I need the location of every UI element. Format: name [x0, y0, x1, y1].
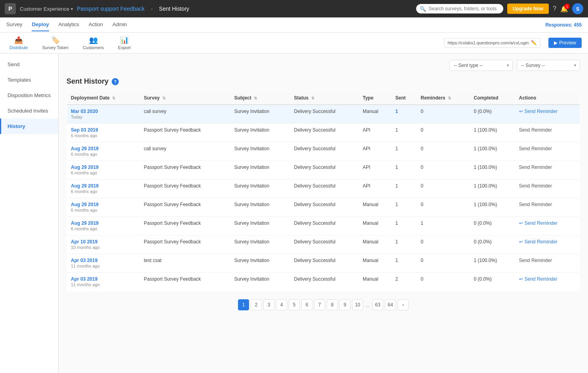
date-link[interactable]: Apr 03 2019 [71, 258, 136, 263]
survey-select[interactable]: -- Survey -- [517, 60, 580, 71]
toolbar-export[interactable]: 📊 Export [115, 34, 134, 52]
date-link[interactable]: Aug 29 2019 [71, 220, 136, 226]
page-button-4[interactable]: 4 [276, 299, 287, 310]
page-button-10[interactable]: 10 [352, 299, 363, 310]
toolbar-distribute[interactable]: 📤 Distribute [6, 34, 31, 52]
col-actions: Actions [515, 92, 580, 105]
cell-type: Manual [359, 235, 392, 254]
cell-type: Manual [359, 217, 392, 235]
notification-badge: 1 [564, 4, 570, 9]
page-button-3[interactable]: 3 [263, 299, 274, 310]
preview-button[interactable]: ▶ Preview [548, 38, 582, 48]
cell-reminders: 0 [417, 198, 470, 217]
cell-date: Apr 10 2019 10 months ago [67, 235, 140, 254]
page-button-64[interactable]: 64 [385, 299, 396, 310]
date-link[interactable]: Sep 03 2019 [71, 127, 136, 133]
main-layout: Send Templates Disposition Metrics Sched… [0, 54, 588, 373]
sent-type-select[interactable]: -- Sent type -- [449, 60, 513, 71]
notification-bell[interactable]: 🔔 1 [560, 5, 568, 13]
sidebar-item-send[interactable]: Send [0, 57, 58, 72]
cell-survey: test csat [140, 254, 230, 273]
col-subject[interactable]: Subject ⇅ [230, 92, 290, 105]
play-icon: ▶ [554, 40, 558, 46]
toolbar-survey-token[interactable]: 🏷️ Survey Token [39, 34, 71, 52]
nav-item-analytics[interactable]: Analytics [59, 18, 79, 31]
cell-completed: 0 (0.0%) [470, 105, 515, 124]
col-type: Type [359, 92, 392, 105]
table-row: Aug 29 2019 6 months ago call survey Sur… [67, 142, 580, 161]
col-reminders[interactable]: Reminders ⇅ [417, 92, 470, 105]
page-button-2[interactable]: 2 [251, 299, 262, 310]
sidebar-item-scheduled-invites[interactable]: Scheduled Invites [0, 103, 58, 119]
table-row: Aug 29 2019 6 months ago Passport Survey… [67, 161, 580, 180]
nav-item-admin[interactable]: Admin [112, 18, 127, 31]
col-status[interactable]: Status ⇅ [290, 92, 359, 105]
app-name[interactable]: Customer Experience ▾ [20, 6, 73, 12]
cell-reminders: 0 [417, 124, 470, 142]
sidebar-item-history[interactable]: History [0, 119, 58, 134]
cell-survey: Passport Survey Feedback [140, 198, 230, 217]
page-button-7[interactable]: 7 [314, 299, 325, 310]
search-icon: 🔍 [420, 6, 426, 12]
date-link[interactable]: Aug 29 2019 [71, 183, 136, 189]
sent-type-select-wrap: -- Sent type -- [449, 60, 513, 71]
nav-item-survey[interactable]: Survey [6, 18, 22, 31]
cell-completed: 0 (0.0%) [470, 217, 515, 235]
date-link[interactable]: Aug 29 2019 [71, 165, 136, 170]
breadcrumb-link[interactable]: Passport support Feedback [77, 6, 145, 12]
table-row: Sep 03 2019 6 months ago Passport Survey… [67, 124, 580, 142]
date-link[interactable]: Aug 29 2019 [71, 146, 136, 151]
help-button[interactable]: ? [553, 5, 556, 12]
edit-url-icon[interactable]: ✏️ [531, 40, 537, 46]
date-sub: Today [71, 115, 82, 119]
nav-item-action[interactable]: Action [89, 18, 103, 31]
send-reminder-button[interactable]: ↩Send Reminder [519, 239, 576, 245]
avatar[interactable]: S [572, 3, 583, 14]
date-link[interactable]: Mar 03 2020 [71, 109, 136, 114]
cell-actions: Send Reminder [515, 254, 580, 273]
page-button-5[interactable]: 5 [289, 299, 300, 310]
cell-status: Delivery Successful [290, 142, 359, 161]
date-sub: 6 months ago [71, 208, 97, 212]
cell-completed: 1 (100.0%) [470, 254, 515, 273]
date-link[interactable]: Apr 03 2019 [71, 276, 136, 282]
toolbar-customers[interactable]: 👥 Customers [80, 34, 107, 52]
page-button-9[interactable]: 9 [339, 299, 350, 310]
pagination-next[interactable]: › [398, 299, 409, 310]
cell-survey: Passport Survey Feedback [140, 217, 230, 235]
cell-type: Manual [359, 105, 392, 124]
upgrade-button[interactable]: Upgrade Now [507, 4, 549, 14]
cell-reminders: 0 [417, 161, 470, 180]
app-logo[interactable]: P [5, 3, 16, 14]
cell-reminders: 0 [417, 105, 470, 124]
cell-survey: Passport Survey Feedback [140, 161, 230, 180]
cell-status: Delivery Successful [290, 217, 359, 235]
page-button-63[interactable]: 63 [372, 299, 383, 310]
history-table: Deployment Date ⇅ Survey ⇅ Subject ⇅ Sta… [67, 91, 580, 291]
search-input[interactable] [416, 4, 503, 13]
sidebar-item-disposition-metrics[interactable]: Disposition Metrics [0, 88, 58, 103]
sidebar-item-templates[interactable]: Templates [0, 72, 58, 88]
page-button-1[interactable]: 1 [238, 299, 249, 310]
sidebar: Send Templates Disposition Metrics Sched… [0, 54, 59, 373]
date-link[interactable]: Apr 10 2019 [71, 239, 136, 245]
page-button-6[interactable]: 6 [301, 299, 312, 310]
cell-completed: 0 (0.0%) [470, 273, 515, 291]
send-reminder-button[interactable]: ↩Send Reminder [519, 276, 576, 282]
date-sub: 11 months ago [71, 282, 100, 287]
cell-status: Delivery Successful [290, 273, 359, 291]
table-row: Mar 03 2020 Today call survey Survey Inv… [67, 105, 580, 124]
export-icon: 📊 [120, 36, 129, 44]
cell-actions: Send Reminder [515, 180, 580, 198]
help-icon[interactable]: ? [112, 78, 119, 85]
send-reminder-button[interactable]: ↩Send Reminder [519, 109, 576, 114]
send-reminder-button[interactable]: ↩Send Reminder [519, 220, 576, 226]
nav-item-deploy[interactable]: Deploy [32, 18, 49, 31]
col-deployment-date[interactable]: Deployment Date ⇅ [67, 92, 140, 105]
col-survey[interactable]: Survey ⇅ [140, 92, 230, 105]
chevron-down-icon: ▾ [71, 7, 73, 11]
date-link[interactable]: Aug 29 2019 [71, 202, 136, 207]
table-row: Aug 29 2019 6 months ago Passport Survey… [67, 217, 580, 235]
cell-actions: Send Reminder [515, 124, 580, 142]
page-button-8[interactable]: 8 [327, 299, 338, 310]
